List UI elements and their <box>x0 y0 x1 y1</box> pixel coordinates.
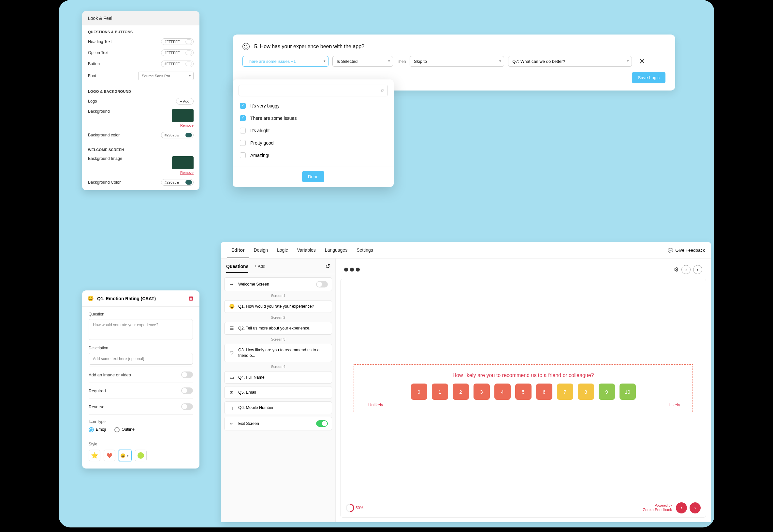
phone-icon: ▯ <box>229 405 235 411</box>
add-image-toggle[interactable] <box>181 371 193 378</box>
dropdown-option[interactable]: It's very buggy <box>233 100 394 112</box>
q6-item[interactable]: ▯Q6. Mobile Number <box>224 401 332 414</box>
q5-item[interactable]: ✉Q5. Email <box>224 386 332 399</box>
nps-button-3[interactable]: 3 <box>473 384 490 400</box>
id-icon: ▭ <box>229 375 235 380</box>
questions-tab[interactable]: Questions <box>226 260 248 273</box>
emotion-rating-panel: 😊 Q1. Emotion Rating (CSAT) 🗑 Question H… <box>82 290 200 469</box>
target-select[interactable]: Q7: What can we do better? <box>508 56 632 67</box>
button-color-label: Button <box>88 62 100 66</box>
nps-question-text: How likely are you to recommend us to a … <box>360 372 686 378</box>
progress-indicator: 50% <box>346 504 363 512</box>
question-label: Question <box>89 312 193 316</box>
q3-item[interactable]: ♡Q3. How likely are you to recommend us … <box>224 344 332 362</box>
dropdown-option[interactable]: It's alright <box>233 124 394 137</box>
question-textarea[interactable]: How would you rate your experience? <box>89 319 193 340</box>
ws-bgimg-label: Background Image <box>88 156 122 161</box>
checkbox-icon[interactable] <box>240 103 246 109</box>
tab-languages[interactable]: Languages <box>320 242 352 258</box>
welcome-section-title: WELCOME SCREEN <box>88 148 194 152</box>
ws-bgcolor-label: Background Color <box>88 180 120 185</box>
reverse-label: Reverse <box>89 404 104 409</box>
dropdown-search-input[interactable] <box>239 85 388 96</box>
welcome-screen-item[interactable]: ⇥Welcome Screen <box>224 277 332 291</box>
q2-item[interactable]: ☰Q2. Tell us more about your experience. <box>224 322 332 335</box>
add-question-button[interactable]: + Add <box>254 264 265 269</box>
bgcolor-chip[interactable]: #29625E <box>161 132 194 138</box>
enter-icon: ⇥ <box>229 282 235 287</box>
exit-toggle[interactable] <box>316 420 328 427</box>
bg-remove-link[interactable]: Remove <box>172 123 194 127</box>
style-option-heart[interactable] <box>104 450 115 461</box>
ws-bgcolor-chip[interactable]: #29625E <box>161 179 194 186</box>
nav-prev-button[interactable]: ‹ <box>676 502 687 513</box>
save-logic-button[interactable]: Save Logic <box>632 72 666 83</box>
emotion-title: Q1. Emotion Rating (CSAT) <box>97 296 185 301</box>
checkbox-icon[interactable] <box>240 152 246 158</box>
option-text-color[interactable]: #FFFFFF <box>161 49 194 56</box>
nps-button-10[interactable]: 10 <box>620 384 636 400</box>
tab-logic[interactable]: Logic <box>273 242 292 258</box>
checkbox-icon[interactable] <box>240 115 246 121</box>
dropdown-option[interactable]: There are some issues <box>233 112 394 124</box>
nps-button-8[interactable]: 8 <box>578 384 594 400</box>
nps-button-1[interactable]: 1 <box>432 384 448 400</box>
nps-button-2[interactable]: 2 <box>453 384 469 400</box>
heart-icon: ♡ <box>229 350 235 356</box>
ws-bgimg-thumbnail[interactable] <box>172 156 194 169</box>
required-toggle[interactable] <box>181 387 193 394</box>
nps-question-block: How likely are you to recommend us to a … <box>354 364 693 412</box>
bgcolor-label: Background color <box>88 133 119 137</box>
nps-button-7[interactable]: 7 <box>557 384 573 400</box>
close-icon[interactable]: ✕ <box>639 57 645 66</box>
tab-editor[interactable]: Editor <box>227 242 249 258</box>
preview-next-button[interactable]: › <box>693 265 702 274</box>
condition-select[interactable]: There are some issues +1 <box>243 56 329 67</box>
q1-item[interactable]: 😊Q1. How would you rate your experience? <box>224 300 332 313</box>
checkbox-icon[interactable] <box>240 128 246 133</box>
logo-add-button[interactable]: + Add <box>176 98 194 105</box>
q4-item[interactable]: ▭Q4. Full Name <box>224 371 332 384</box>
action-select[interactable]: Skip to <box>410 56 504 67</box>
icontype-emoji-radio[interactable]: Emoji <box>89 427 106 432</box>
gear-icon[interactable]: ⚙ <box>674 266 679 273</box>
style-option-smile[interactable]: 😄 <box>119 450 132 461</box>
bg-thumbnail[interactable] <box>172 109 194 122</box>
exit-screen-item[interactable]: ⇤Exit Screen <box>224 417 332 430</box>
welcome-toggle[interactable] <box>316 281 328 287</box>
icontype-outline-radio[interactable]: Outline <box>114 427 134 432</box>
preview-prev-button[interactable]: ‹ <box>682 265 691 274</box>
text-icon: ☰ <box>229 326 235 331</box>
nps-button-4[interactable]: 4 <box>494 384 511 400</box>
nps-likely-label: Likely <box>669 402 680 407</box>
style-option-circle[interactable] <box>135 450 147 461</box>
tab-settings[interactable]: Settings <box>352 242 378 258</box>
window-dots <box>344 268 360 272</box>
tab-design[interactable]: Design <box>249 242 273 258</box>
button-color[interactable]: #FFFFFF <box>161 61 194 67</box>
logo-bg-section-title: LOGO & BACKGROUND <box>88 90 194 93</box>
tab-variables[interactable]: Variables <box>293 242 320 258</box>
give-feedback-link[interactable]: 💬Give Feedback <box>668 248 705 253</box>
preview-pane: ⚙ ‹ › How likely are you to recommend us… <box>336 259 711 522</box>
checkbox-icon[interactable] <box>240 140 246 146</box>
dropdown-option[interactable]: Amazing! <box>233 149 394 161</box>
screen-3-label: Screen 3 <box>224 337 332 341</box>
reverse-toggle[interactable] <box>181 403 193 410</box>
nps-button-9[interactable]: 9 <box>599 384 615 400</box>
font-select[interactable]: Source Sans Pro <box>138 72 194 80</box>
operator-select[interactable]: Is Selected <box>332 56 393 67</box>
ws-bgimg-remove-link[interactable]: Remove <box>172 171 194 175</box>
description-input[interactable] <box>89 353 193 365</box>
nav-next-button[interactable]: › <box>690 502 701 513</box>
dropdown-option[interactable]: Pretty good <box>233 137 394 149</box>
delete-icon[interactable]: 🗑 <box>188 295 194 302</box>
undo-icon[interactable]: ↺ <box>325 263 330 270</box>
nps-button-0[interactable]: 0 <box>411 384 427 400</box>
nps-button-5[interactable]: 5 <box>515 384 531 400</box>
dropdown-done-button[interactable]: Done <box>302 171 324 182</box>
heading-text-color[interactable]: #FFFFFF <box>161 38 194 45</box>
condition-options-dropdown: It's very buggyThere are some issuesIt's… <box>233 79 394 187</box>
nps-button-6[interactable]: 6 <box>536 384 552 400</box>
style-option-star[interactable]: ⭐ <box>89 450 100 461</box>
